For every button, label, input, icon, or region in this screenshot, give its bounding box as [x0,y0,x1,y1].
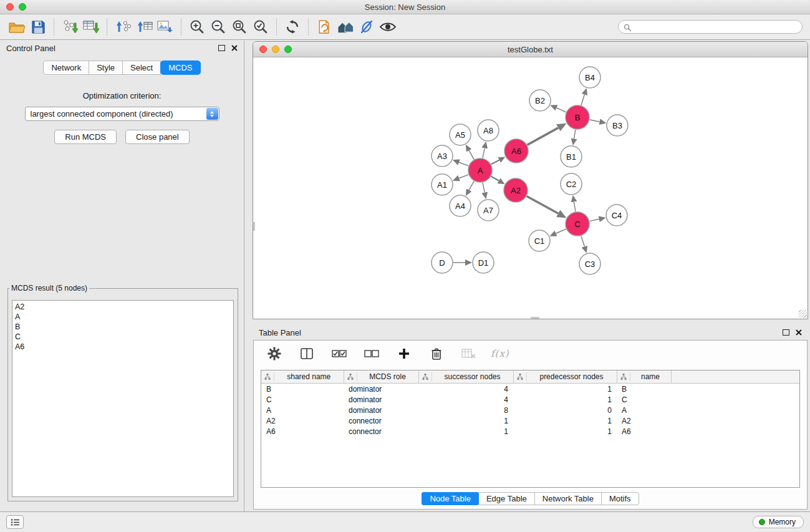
import-network-button[interactable] [59,17,80,37]
table-tab-network-table[interactable]: Network Table [534,492,602,505]
column-type-icon[interactable] [514,372,527,381]
graph-edge-A-A4[interactable] [469,181,474,190]
network-window-titlebar[interactable]: testGlobe.txt [253,42,808,57]
control-tab-network[interactable]: Network [43,60,89,75]
select-all-rows-button[interactable] [329,344,350,364]
graph-edge-C-C1[interactable] [556,229,566,233]
table-tab-motifs[interactable]: Motifs [601,492,639,505]
graph-node-C2[interactable]: C2 [561,173,582,195]
resize-grip[interactable] [799,310,807,318]
graph-edge-A-A6[interactable] [491,160,499,165]
column-header-name[interactable]: name [617,370,671,384]
close-panel-icon[interactable] [231,45,238,51]
graph-node-A6[interactable]: A6 [504,139,528,163]
column-header-predecessor-nodes[interactable]: predecessor nodes [513,370,617,384]
graph-edge-B-B3[interactable] [590,120,600,122]
graph-node-B3[interactable]: B3 [607,115,628,136]
network-graph[interactable]: B4B2BB3A5A8A6A3B1AA1C2A2A4A7C4CC1C3DD1 [253,57,806,319]
float-panel-icon[interactable] [218,45,225,51]
control-tab-mcds[interactable]: MCDS [160,60,200,75]
graph-node-C4[interactable]: C4 [606,205,627,226]
graph-node-D1[interactable]: D1 [473,252,494,273]
table-row[interactable]: A6connector11A6 [261,426,799,437]
run-mcds-button[interactable]: Run MCDS [54,130,117,144]
fullscreen-window-button[interactable] [19,3,26,11]
column-type-icon[interactable] [344,372,357,381]
graph-node-C[interactable]: C [566,212,589,236]
column-type-icon[interactable] [419,372,432,381]
show-columns-button[interactable] [296,344,317,364]
search-input[interactable] [618,20,803,34]
show-hide-button[interactable] [377,17,398,37]
graph-edge-C-C4[interactable] [590,219,599,221]
graph-edge-A-A7[interactable] [483,183,485,193]
table-row[interactable]: Adominator80A [261,405,799,415]
graph-edge-A2-C[interactable] [527,196,559,214]
graph-node-A3[interactable]: A3 [432,145,453,167]
graph-edge-C-C3[interactable] [581,236,584,246]
table-tab-node-table[interactable]: Node Table [422,492,479,505]
export-image-button[interactable] [155,17,176,37]
mcds-result-list[interactable]: A2ABCA6 [12,300,234,497]
graph-edge-B-B1[interactable] [574,130,576,139]
close-panel-button[interactable]: Close panel [125,130,190,144]
column-header-shared-name[interactable]: shared name [261,370,344,384]
graph-node-A8[interactable]: A8 [478,120,499,141]
document-export-button[interactable] [314,17,335,37]
graph-node-A5[interactable]: A5 [450,124,471,145]
network-canvas[interactable]: B4B2BB3A5A8A6A3B1AA1C2A2A4A7C4CC1C3DD1 [253,57,808,319]
deselect-all-rows-button[interactable] [361,344,382,364]
control-tab-style[interactable]: Style [89,60,123,75]
column-header-MCDS-role[interactable]: MCDS role [344,370,418,384]
zoom-selected-button[interactable] [250,17,271,37]
graph-node-A[interactable]: A [468,158,492,182]
table-tab-edge-table[interactable]: Edge Table [478,492,535,505]
control-tab-select[interactable]: Select [122,60,161,75]
graph-node-B2[interactable]: B2 [529,90,551,111]
column-type-icon[interactable] [617,372,630,381]
table-row[interactable]: Bdominator41B [261,384,799,395]
graph-node-D[interactable]: D [432,252,453,273]
close-network-window-button[interactable] [259,46,267,53]
open-session-button[interactable] [6,17,27,37]
add-column-button[interactable] [393,344,415,364]
column-header-successor-nodes[interactable]: successor nodes [418,370,513,384]
graph-node-B[interactable]: B [566,105,589,129]
export-network-button[interactable] [112,17,133,37]
graph-node-B4[interactable]: B4 [579,67,600,88]
graph-edge-A-A2[interactable] [491,177,499,181]
task-history-button[interactable] [6,515,24,529]
criterion-dropdown[interactable]: largest connected component (directed) [25,107,219,121]
graph-node-A4[interactable]: A4 [450,195,471,216]
node-table-container[interactable]: shared nameMCDS rolesuccessor nodesprede… [261,370,800,488]
delete-column-button[interactable] [426,344,447,364]
hide-selected-button[interactable] [356,17,377,37]
save-session-button[interactable] [27,17,49,37]
column-type-icon[interactable] [261,372,274,381]
graph-edge-C-C2[interactable] [574,202,575,212]
close-panel-icon[interactable] [796,329,802,336]
zoom-fit-button[interactable] [229,17,250,37]
graph-edge-B-B2[interactable] [556,108,566,112]
graph-node-A2[interactable]: A2 [504,178,528,202]
graph-edge-B-B4[interactable] [581,95,584,105]
import-table-button[interactable] [80,17,102,37]
graph-edge-A-A1[interactable] [459,175,468,178]
zoom-network-window-button[interactable] [284,46,292,53]
graph-node-A7[interactable]: A7 [478,200,499,221]
table-row[interactable]: A2connector11A2 [261,415,799,426]
graph-node-C1[interactable]: C1 [529,230,550,251]
export-table-button[interactable] [133,17,155,37]
graph-node-A1[interactable]: A1 [432,174,453,195]
graph-edge-A-A8[interactable] [483,148,485,158]
graph-edge-A-A5[interactable] [469,150,474,159]
minimize-network-window-button[interactable] [272,46,279,53]
graph-node-B1[interactable]: B1 [561,146,582,167]
graph-edge-A-A3[interactable] [459,162,468,166]
close-window-button[interactable] [6,3,14,11]
zoom-out-button[interactable] [208,17,229,37]
home-button[interactable] [335,17,356,37]
refresh-button[interactable] [282,17,303,37]
table-settings-button[interactable] [264,344,285,364]
zoom-in-button[interactable] [186,17,208,37]
